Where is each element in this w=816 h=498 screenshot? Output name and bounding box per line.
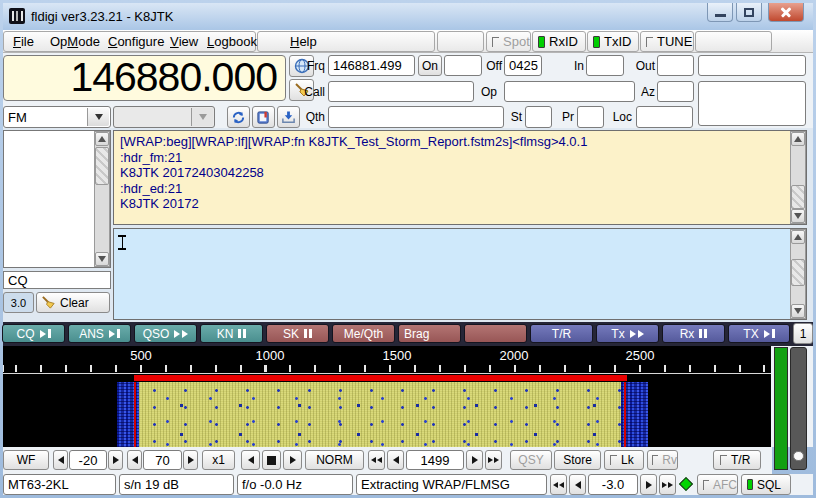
on-button[interactable]: On bbox=[418, 55, 442, 76]
menu-configure[interactable]: Configure bbox=[108, 34, 164, 50]
macro-button-sk[interactable]: SK bbox=[266, 324, 329, 343]
macro-button-qso[interactable]: QSO bbox=[134, 324, 197, 343]
menu-help[interactable]: Help bbox=[290, 34, 317, 50]
scroll-up-button[interactable] bbox=[791, 132, 805, 146]
txid-toggle[interactable]: TxID bbox=[587, 31, 639, 52]
reverse-toggle[interactable]: Rv bbox=[647, 450, 678, 470]
range-db-field[interactable]: 70 bbox=[143, 450, 182, 470]
macro-search-input[interactable]: CQ bbox=[3, 271, 111, 289]
txrx-toggle[interactable]: T/R bbox=[713, 450, 761, 470]
squelch-coarse-up[interactable] bbox=[659, 474, 676, 495]
squelch-field[interactable]: -3.0 bbox=[588, 474, 638, 495]
slider-handle[interactable] bbox=[793, 451, 804, 461]
macro-button-kn[interactable]: KN bbox=[200, 324, 263, 343]
freq-coarse-down[interactable] bbox=[368, 450, 385, 470]
in-field[interactable] bbox=[586, 55, 624, 76]
shift-left-button[interactable] bbox=[241, 450, 260, 470]
qth-field[interactable] bbox=[328, 106, 504, 128]
scroll-down-button[interactable] bbox=[791, 304, 805, 318]
right-arrow-icon bbox=[290, 456, 296, 464]
freq-up[interactable] bbox=[466, 450, 483, 470]
squelch-up[interactable] bbox=[640, 474, 657, 495]
macro-button-ans[interactable]: ANS bbox=[68, 324, 131, 343]
loc-field[interactable] bbox=[636, 106, 693, 128]
rxid-toggle[interactable]: RxID bbox=[532, 31, 586, 52]
macro-set-button[interactable]: 1 bbox=[793, 323, 813, 344]
pr-field[interactable] bbox=[577, 106, 604, 128]
menu-op-mode[interactable]: Op Mode bbox=[50, 34, 100, 50]
macro-button-meqth[interactable]: Me/Qth bbox=[332, 324, 395, 343]
out-field[interactable] bbox=[657, 55, 694, 76]
st-field[interactable] bbox=[525, 106, 552, 128]
left-arrow-icon bbox=[575, 481, 581, 489]
menu-view[interactable]: View bbox=[170, 34, 198, 50]
squelch-coarse-down[interactable] bbox=[550, 474, 567, 495]
clear-button[interactable]: Clear bbox=[36, 292, 110, 313]
macro-button-rx[interactable]: Rx bbox=[662, 324, 725, 343]
range-db-increment[interactable] bbox=[183, 450, 198, 470]
cursor-freq-field[interactable]: 1499 bbox=[406, 450, 464, 470]
status-mode[interactable]: MT63-2KL bbox=[3, 474, 116, 495]
menu-file[interactable]: File bbox=[13, 34, 34, 50]
squelch-slider[interactable] bbox=[790, 347, 807, 470]
rx-text-pane[interactable]: [WRAP:beg][WRAP:lf][WRAP:fn K8JTK_Test_S… bbox=[113, 130, 807, 225]
freq-down[interactable] bbox=[387, 450, 404, 470]
save-record-button[interactable] bbox=[277, 106, 300, 128]
az-field[interactable] bbox=[657, 81, 694, 102]
close-button[interactable] bbox=[768, 3, 804, 22]
scrollbar-thumb[interactable] bbox=[791, 259, 805, 286]
lower-db-decrement[interactable] bbox=[53, 450, 68, 470]
afc-toggle[interactable]: AFC bbox=[697, 474, 738, 495]
scroll-down-button[interactable] bbox=[95, 252, 109, 266]
frq-field[interactable]: 146881.499 bbox=[328, 55, 415, 76]
text-size-box[interactable]: 3.0 bbox=[3, 292, 34, 313]
waterfall-display[interactable]: 500 1000 1500 2000 2500 bbox=[3, 346, 771, 447]
freq-coarse-up[interactable] bbox=[485, 450, 502, 470]
shift-right-button[interactable] bbox=[283, 450, 302, 470]
wf-mode-button[interactable]: WF bbox=[3, 450, 49, 470]
resync-button[interactable] bbox=[227, 106, 250, 128]
op-field[interactable] bbox=[504, 81, 635, 102]
zoom-button[interactable]: x1 bbox=[202, 450, 235, 470]
scrollbar-thumb[interactable] bbox=[95, 147, 109, 185]
macro-list-scrollbar[interactable] bbox=[94, 131, 110, 267]
minimize-button[interactable] bbox=[707, 3, 733, 22]
wf-speed-button[interactable]: NORM bbox=[305, 450, 364, 470]
scroll-down-button[interactable] bbox=[791, 209, 805, 223]
macro-button-empty[interactable] bbox=[464, 324, 527, 343]
tx-scrollbar[interactable] bbox=[790, 229, 806, 319]
call-field[interactable] bbox=[328, 81, 474, 102]
tune-toggle[interactable]: TUNE bbox=[640, 31, 694, 52]
macro-button-txend[interactable]: TX bbox=[728, 324, 790, 343]
center-button[interactable] bbox=[262, 450, 281, 470]
mode-select-arrow[interactable] bbox=[87, 108, 109, 126]
mode-select[interactable]: FM bbox=[3, 106, 111, 128]
notes-field-1[interactable] bbox=[698, 55, 806, 76]
sql-toggle[interactable]: SQL bbox=[741, 474, 791, 495]
range-db-decrement[interactable] bbox=[127, 450, 142, 470]
scroll-up-button[interactable] bbox=[791, 230, 805, 244]
qsy-button[interactable]: QSY bbox=[510, 450, 552, 470]
lower-db-increment[interactable] bbox=[108, 450, 123, 470]
cursor-line-left bbox=[134, 382, 136, 447]
macro-button-tx[interactable]: Tx bbox=[596, 324, 659, 343]
scroll-up-button[interactable] bbox=[95, 132, 109, 146]
squelch-down[interactable] bbox=[569, 474, 586, 495]
macro-button-brag[interactable]: Brag bbox=[398, 324, 461, 343]
off-field[interactable]: 0425 bbox=[504, 55, 542, 76]
store-button[interactable]: Store bbox=[554, 450, 601, 470]
rx-scrollbar[interactable] bbox=[790, 131, 806, 224]
macro-button-tr[interactable]: T/R bbox=[530, 324, 593, 343]
macro-button-cq[interactable]: CQ bbox=[2, 324, 65, 343]
status-freq-offset: f/o -0.0 Hz bbox=[237, 474, 353, 495]
notes-field-2[interactable] bbox=[698, 81, 806, 126]
lower-db-field[interactable]: -20 bbox=[69, 450, 107, 470]
logbook-button[interactable] bbox=[252, 106, 275, 128]
menu-logbook[interactable]: Logbook bbox=[207, 34, 257, 50]
lock-toggle[interactable]: Lk bbox=[604, 450, 644, 470]
spot-toggle[interactable]: Spot bbox=[486, 31, 531, 52]
tx-text-pane[interactable] bbox=[113, 228, 807, 320]
frequency-display[interactable]: 146880.000 bbox=[3, 55, 286, 101]
scrollbar-thumb[interactable] bbox=[791, 185, 805, 209]
maximize-button[interactable] bbox=[736, 3, 762, 22]
